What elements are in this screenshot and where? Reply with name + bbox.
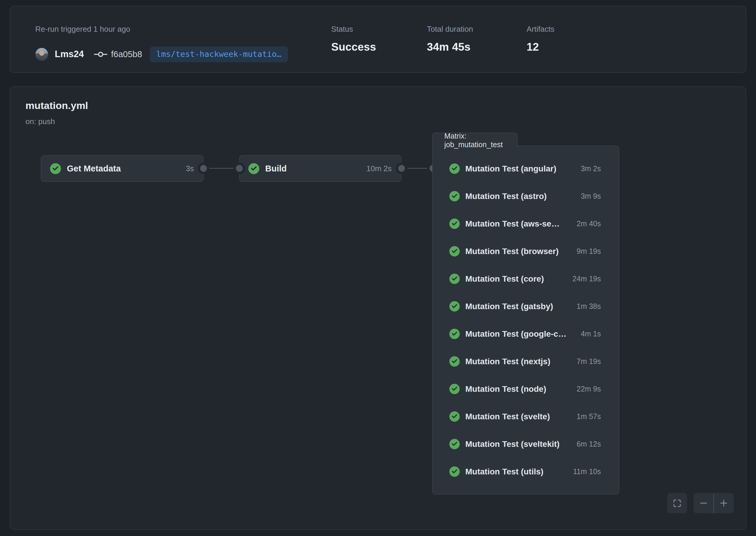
workflow-graph-card: mutation.yml on: push Get Metadata 3s Bu… [10,86,746,530]
stat-artifacts: Artifacts 12 [527,24,554,53]
matrix-job-name: Mutation Test (aws-se… [465,219,559,229]
stat-label: Total duration [427,24,527,34]
run-stats: Status Success Total duration 34m 45s Ar… [331,24,554,53]
matrix-job-row[interactable]: Mutation Test (core) 24m 19s [449,265,601,292]
matrix-job-duration: 1m 38s [577,302,601,311]
stat-label: Artifacts [527,24,554,34]
matrix-job-row[interactable]: Mutation Test (angular) 3m 2s [449,155,601,183]
success-check-icon [449,218,460,229]
commit-row: Lms24 f6a05b8 lms/test-hackweek-mutatio… [35,45,288,63]
connector-dot [200,165,207,172]
job-node-build[interactable]: Build 10m 2s [239,155,401,182]
matrix-job-row[interactable]: Mutation Test (astro) 3m 9s [449,183,601,210]
success-check-icon [449,246,460,256]
zoom-in-button[interactable] [714,493,734,513]
job-duration: 3s [186,164,194,173]
job-duration: 10m 2s [366,164,392,173]
matrix-job-row[interactable]: Mutation Test (utils) 11m 10s [449,458,601,486]
matrix-job-name: Mutation Test (utils) [465,467,544,477]
connector-dot [236,165,243,172]
success-check-icon [449,466,460,477]
workflow-run-page: Re-run triggered 1 hour ago Lms24 f6a05b… [0,0,756,536]
success-check-icon [449,439,460,449]
success-check-icon [449,356,460,367]
connector-dot [398,165,405,172]
matrix-job-name: Mutation Test (gatsby) [465,302,553,311]
artifacts-count: 12 [527,41,554,53]
matrix-job-row[interactable]: Mutation Test (nextjs) 7m 19s [449,348,601,375]
matrix-job-list: Mutation Test (angular) 3m 2s Mutation T… [432,146,619,494]
workflow-file-name: mutation.yml [25,100,88,111]
matrix-job-duration: 6m 12s [577,440,601,448]
matrix-job-duration: 9m 19s [577,247,601,255]
matrix-job-name: Mutation Test (google-c… [465,329,567,339]
matrix-job-row[interactable]: Mutation Test (sveltekit) 6m 12s [449,430,601,458]
stat-total-duration: Total duration 34m 45s [427,24,527,53]
success-check-icon [449,163,460,174]
success-check-icon [449,411,460,422]
matrix-job-duration: 3m 2s [581,164,601,173]
success-check-icon [248,163,259,174]
plus-icon [719,498,729,508]
matrix-job-name: Mutation Test (sveltekit) [465,440,559,449]
connector-line [401,168,433,169]
avatar[interactable] [35,48,48,61]
matrix-job-duration: 7m 19s [577,357,601,366]
branch-badge[interactable]: lms/test-hackweek-mutatio… [150,47,288,62]
total-duration-value: 34m 45s [427,41,527,53]
workflow-trigger: on: push [25,117,55,126]
success-check-icon [449,191,460,201]
connector-line [204,168,239,169]
run-triggered-text: Re-run triggered 1 hour ago [35,24,130,34]
matrix-job-row[interactable]: Mutation Test (node) 22m 9s [449,375,601,403]
stat-label: Status [331,24,427,34]
matrix-group-label: Matrix: job_mutation_test [432,133,518,148]
success-check-icon [50,163,61,174]
matrix-job-row[interactable]: Mutation Test (aws-se… 2m 40s [449,210,601,238]
matrix-job-name: Mutation Test (core) [465,274,544,284]
fullscreen-button[interactable] [667,493,687,513]
minus-icon [699,498,709,508]
matrix-job-row[interactable]: Mutation Test (svelte) 1m 57s [449,403,601,430]
matrix-job-name: Mutation Test (svelte) [465,412,550,421]
matrix-job-name: Mutation Test (angular) [465,164,556,174]
status-value: Success [331,41,427,53]
matrix-job-duration: 4m 1s [581,330,601,338]
matrix-job-row[interactable]: Mutation Test (browser) 9m 19s [449,238,601,265]
matrix-job-name: Mutation Test (nextjs) [465,357,550,366]
matrix-job-duration: 1m 57s [577,412,601,421]
actor-link[interactable]: Lms24 [55,49,84,59]
success-check-icon [449,274,460,284]
matrix-job-name: Mutation Test (node) [465,385,546,394]
fullscreen-icon [672,498,682,509]
success-check-icon [449,301,460,312]
zoom-controls [694,493,734,513]
matrix-job-duration: 24m 19s [573,275,601,283]
matrix-job-duration: 22m 9s [577,385,601,393]
success-check-icon [449,329,460,339]
zoom-out-button[interactable] [694,493,713,513]
run-summary-card: Re-run triggered 1 hour ago Lms24 f6a05b… [10,6,746,73]
job-name: Build [265,164,287,174]
matrix-job-duration: 2m 40s [577,219,601,228]
matrix-job-name: Mutation Test (astro) [465,192,547,201]
matrix-job-row[interactable]: Mutation Test (gatsby) 1m 38s [449,292,601,320]
job-node-get-metadata[interactable]: Get Metadata 3s [41,155,204,182]
stat-status: Status Success [331,24,427,53]
commit-sha-link[interactable]: f6a05b8 [111,50,142,59]
matrix-job-duration: 11m 10s [573,467,601,476]
matrix-job-row[interactable]: Mutation Test (google-c… 4m 1s [449,320,601,348]
matrix-job-duration: 3m 9s [581,192,601,200]
success-check-icon [449,384,460,394]
commit-icon [94,50,108,59]
job-name: Get Metadata [67,164,121,174]
matrix-job-name: Mutation Test (browser) [465,247,558,256]
